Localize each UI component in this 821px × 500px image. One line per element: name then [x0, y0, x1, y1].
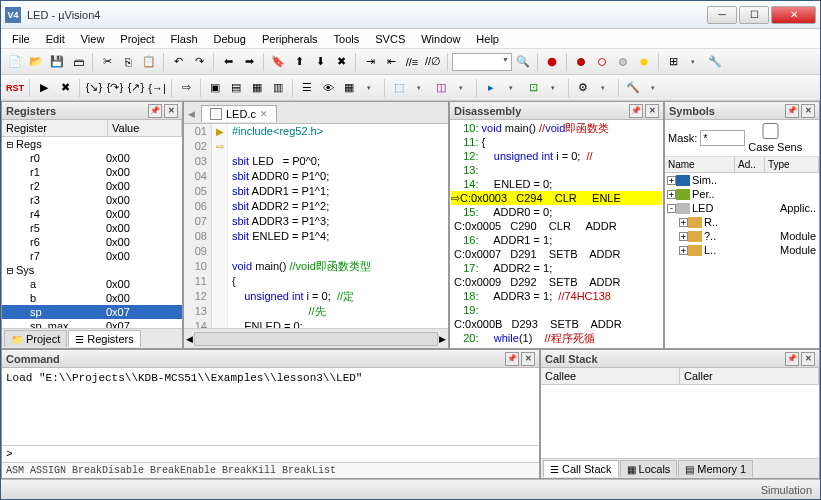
menu-svcs[interactable]: SVCS — [368, 31, 412, 47]
menu-help[interactable]: Help — [469, 31, 506, 47]
callstack-header[interactable]: Call Stack 📌 ✕ — [541, 350, 819, 368]
breakpoint-enable-button[interactable] — [592, 52, 612, 72]
tab-locals[interactable]: ▦ Locals — [620, 460, 678, 477]
bookmark-prev-button[interactable]: ⬆ — [289, 52, 309, 72]
debug-start-button[interactable] — [542, 52, 562, 72]
close-panel-button[interactable]: ✕ — [801, 104, 815, 118]
toolbox-button[interactable]: 🔨 — [623, 78, 643, 98]
col-value[interactable]: Value — [108, 120, 182, 136]
col-register[interactable]: Register — [2, 120, 108, 136]
serial-dropdown[interactable] — [410, 78, 430, 98]
cut-button[interactable]: ✂ — [97, 52, 117, 72]
minimize-button[interactable]: ─ — [707, 6, 737, 24]
trace-button[interactable]: ▸ — [481, 78, 501, 98]
menu-debug[interactable]: Debug — [207, 31, 253, 47]
col-type[interactable]: Type — [765, 157, 819, 172]
comment-button[interactable]: //≡ — [402, 52, 422, 72]
uncomment-button[interactable]: //∅ — [423, 52, 443, 72]
run-to-cursor-button[interactable]: {→| — [147, 78, 167, 98]
mask-input[interactable] — [700, 130, 745, 146]
pin-icon[interactable]: 📌 — [505, 352, 519, 366]
registers-window-button[interactable]: ▥ — [268, 78, 288, 98]
nav-fwd-button[interactable]: ➡ — [239, 52, 259, 72]
command-input[interactable] — [17, 446, 539, 462]
outdent-button[interactable]: ⇤ — [381, 52, 401, 72]
menu-flash[interactable]: Flash — [164, 31, 205, 47]
tab-memory1[interactable]: ▤ Memory 1 — [678, 460, 753, 477]
tab-project[interactable]: 📁 Project — [4, 330, 67, 347]
breakpoint-insert-button[interactable] — [571, 52, 591, 72]
run-button[interactable]: ▶ — [34, 78, 54, 98]
memory-button[interactable]: ▦ — [339, 78, 359, 98]
stop-button[interactable]: ✖ — [55, 78, 75, 98]
serial-button[interactable]: ⬚ — [389, 78, 409, 98]
step-over-button[interactable]: {↷} — [105, 78, 125, 98]
nav-back-button[interactable]: ⬅ — [218, 52, 238, 72]
menu-edit[interactable]: Edit — [39, 31, 72, 47]
breakpoint-kill-button[interactable] — [634, 52, 654, 72]
disasm-header[interactable]: Disassembly 📌 ✕ — [450, 102, 663, 120]
reset-button[interactable]: RST — [5, 78, 25, 98]
step-into-button[interactable]: {↘} — [84, 78, 104, 98]
symbols-body[interactable]: +Sim..+Per..-LEDApplic..+R..+?..Module+L… — [665, 173, 819, 348]
callstack-button[interactable]: ☰ — [297, 78, 317, 98]
close-panel-button[interactable]: ✕ — [645, 104, 659, 118]
find-button[interactable]: 🔍 — [513, 52, 533, 72]
command-window-button[interactable]: ▣ — [205, 78, 225, 98]
coverage-dropdown[interactable] — [544, 78, 564, 98]
toolbox-dropdown[interactable] — [644, 78, 664, 98]
registers-header[interactable]: Registers 📌 ✕ — [2, 102, 182, 120]
command-log[interactable]: Load "E:\\Projects\\KDB-MCS51\\Examples\… — [2, 368, 539, 445]
find-combo[interactable] — [452, 53, 512, 71]
menu-tools[interactable]: Tools — [327, 31, 367, 47]
window-dropdown[interactable] — [684, 52, 704, 72]
perf-dropdown[interactable] — [594, 78, 614, 98]
scroll-left-icon[interactable]: ◀ — [186, 334, 193, 344]
disasm-body[interactable]: 10: void main() //void即函数类 11: { 12: uns… — [450, 120, 663, 348]
undo-button[interactable]: ↶ — [168, 52, 188, 72]
window-button[interactable]: ⊞ — [663, 52, 683, 72]
menu-view[interactable]: View — [74, 31, 112, 47]
tab-callstack[interactable]: ☰ Call Stack — [543, 460, 619, 477]
analysis-dropdown[interactable] — [452, 78, 472, 98]
title-bar[interactable]: V4 LED - µVision4 ─ ☐ ✕ — [1, 1, 820, 29]
editor-tab-active[interactable]: LED.c ✕ — [201, 105, 277, 122]
registers-body[interactable]: ⊟Regsr00x00r10x00r20x00r30x00r40x00r50x0… — [2, 137, 182, 328]
bookmark-next-button[interactable]: ⬇ — [310, 52, 330, 72]
trace-dropdown[interactable] — [502, 78, 522, 98]
breakpoint-margin[interactable]: ▶⇨ — [212, 124, 228, 328]
editor-body[interactable]: 01020304050607080910111213141516 ▶⇨ #inc… — [184, 124, 448, 328]
col-addr[interactable]: Ad.. — [735, 157, 765, 172]
pin-icon[interactable]: 📌 — [785, 352, 799, 366]
scroll-right-icon[interactable]: ▶ — [439, 334, 446, 344]
close-panel-button[interactable]: ✕ — [521, 352, 535, 366]
save-button[interactable]: 💾 — [47, 52, 67, 72]
breakpoint-disable-button[interactable] — [613, 52, 633, 72]
col-name[interactable]: Name — [665, 157, 735, 172]
maximize-button[interactable]: ☐ — [739, 6, 769, 24]
step-out-button[interactable]: {↗} — [126, 78, 146, 98]
pin-icon[interactable]: 📌 — [148, 104, 162, 118]
pin-icon[interactable]: 📌 — [629, 104, 643, 118]
hscrollbar[interactable] — [194, 332, 438, 346]
redo-button[interactable]: ↷ — [189, 52, 209, 72]
perf-button[interactable]: ⚙ — [573, 78, 593, 98]
open-file-button[interactable]: 📂 — [26, 52, 46, 72]
close-button[interactable]: ✕ — [771, 6, 816, 24]
close-panel-button[interactable]: ✕ — [164, 104, 178, 118]
code-area[interactable]: #include<reg52.h> sbit LED = P0^0;sbit A… — [228, 124, 448, 328]
watch-button[interactable]: 👁 — [318, 78, 338, 98]
symbols-header[interactable]: Symbols 📌 ✕ — [665, 102, 819, 120]
indent-button[interactable]: ⇥ — [360, 52, 380, 72]
coverage-button[interactable]: ⊡ — [523, 78, 543, 98]
paste-button[interactable]: 📋 — [139, 52, 159, 72]
disasm-window-button[interactable]: ▤ — [226, 78, 246, 98]
memory-dropdown[interactable] — [360, 78, 380, 98]
bookmark-clear-button[interactable]: ✖ — [331, 52, 351, 72]
new-file-button[interactable]: 📄 — [5, 52, 25, 72]
tab-registers[interactable]: ☰ Registers — [68, 330, 140, 347]
menu-file[interactable]: File — [5, 31, 37, 47]
menu-window[interactable]: Window — [414, 31, 467, 47]
menu-project[interactable]: Project — [113, 31, 161, 47]
callstack-body[interactable] — [541, 385, 819, 458]
